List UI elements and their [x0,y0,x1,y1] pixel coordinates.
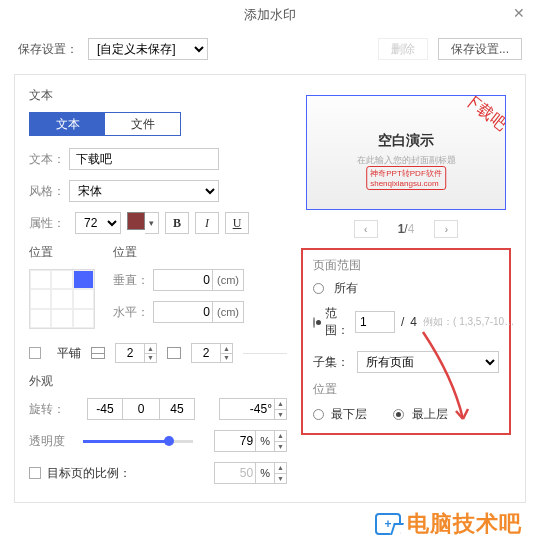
preview-pager: ‹ 1/4 › [306,220,506,238]
target-scale-checkbox[interactable] [29,467,41,479]
tab-text[interactable]: 文本 [30,113,105,135]
layer-title: 位置 [313,381,499,398]
settings-card: 文本 文本 文件 文本： 风格： 宋体 属性： [14,74,526,503]
opacity-stepper[interactable]: ▲▼ [275,430,287,452]
preview-title: 空白演示 [307,132,505,150]
italic-button[interactable]: I [195,212,219,234]
position-grid[interactable] [29,269,95,329]
target-scale-stepper[interactable]: ▲▼ [275,462,287,484]
target-scale-input[interactable] [214,462,256,484]
subset-label: 子集： [313,354,349,371]
horiz-unit: (cm) [213,301,244,323]
right-pane: 下载吧 空白演示 在此输入您的封面副标题 神奇PPT转PDF软件shenqixi… [301,87,511,494]
subset-select[interactable]: 所有页面 [357,351,499,373]
font-style-select[interactable]: 宋体 [69,180,219,202]
rotate-45[interactable] [159,398,195,420]
brand-text: 电脑技术吧 [407,509,522,539]
radio-range[interactable] [313,317,315,328]
radio-bottom[interactable] [313,409,324,420]
title-bar: 添加水印 ✕ [0,0,540,30]
subset-row: 子集： 所有页面 [313,351,499,373]
delete-button[interactable]: 删除 [378,38,428,60]
attr-row: 属性： 72 ▾ B I U [29,212,287,234]
preset-select[interactable]: [自定义未保存] [88,38,208,60]
brand-icon: + [375,513,401,535]
color-swatch[interactable] [127,212,145,230]
tile-row: 平铺 ▲▼ ▲▼ [29,343,287,363]
target-scale-pct: % [256,462,275,484]
tile-count1-input[interactable] [115,343,145,363]
left-pane: 文本 文本 文件 文本： 风格： 宋体 属性： [29,87,287,494]
tile-horiz-icon [91,347,105,359]
opacity-label: 透明度 [29,433,77,450]
tile2-stepper[interactable]: ▲▼ [221,343,233,363]
color-dropdown-icon[interactable]: ▾ [145,212,159,234]
brand-watermark: + 电脑技术吧 [0,503,540,543]
range-custom-row: 范围： / 4 例如：( 1,3,5,7-10… [313,305,499,339]
tab-file[interactable]: 文件 [105,113,180,135]
bold-button[interactable]: B [165,212,189,234]
text-section-title: 文本 [29,87,287,104]
vert-unit: (cm) [213,269,244,291]
range-from-input[interactable] [355,311,395,333]
watermark-dialog: 添加水印 ✕ 保存设置： [自定义未保存] 删除 保存设置... 文本 文本 文… [0,0,540,543]
underline-button[interactable]: U [225,212,249,234]
preview-box: 下载吧 空白演示 在此输入您的封面副标题 神奇PPT转PDF软件shenqixi… [306,95,506,210]
rotate-0[interactable] [123,398,159,420]
position-block: 位置 位置 垂直： (cm) [29,244,287,333]
horiz-label: 水平： [113,304,153,321]
text-label: 文本： [29,151,69,168]
opacity-pct: % [256,430,275,452]
vert-row: 垂直： (cm) [113,269,287,291]
range-title: 页面范围 [313,258,361,272]
rotate-neg45[interactable] [87,398,123,420]
range-total: 4 [410,315,417,329]
preview-watermark: 下载吧 [460,95,506,136]
tile-vert-icon [167,347,181,359]
radio-all[interactable] [313,283,324,294]
rotate-triple [87,398,195,420]
text-row: 文本： [29,148,287,170]
position-cell-top-right[interactable] [73,270,94,289]
target-scale-row: 目标页的比例： % ▲▼ [29,462,287,484]
opacity-slider[interactable] [83,434,193,448]
rotate-label: 旋转： [29,401,77,418]
preview-stamp: 神奇PPT转PDF软件shenqixiangsu.com [366,166,446,190]
rotate-value-input[interactable] [219,398,275,420]
save-as-button[interactable]: 保存设置... [438,38,522,60]
attr-label: 属性： [29,215,69,232]
style-row: 风格： 宋体 [29,180,287,202]
page-display: 1/4 [398,222,415,236]
range-all-row: 所有 [313,280,499,297]
next-page-button[interactable]: › [434,220,458,238]
layer-row: 最下层 最上层 [313,406,499,423]
opacity-row: 透明度 % ▲▼ [29,430,287,452]
watermark-text-input[interactable] [69,148,219,170]
layer-top-option[interactable]: 最上层 [393,406,447,423]
radio-all-label: 所有 [334,280,358,297]
tile-count2-input[interactable] [191,343,221,363]
position-title: 位置 [29,244,95,261]
range-slash: / [401,315,404,329]
rotate-stepper[interactable]: ▲▼ [275,398,287,420]
appearance-title: 外观 [29,373,287,390]
tile-checkbox[interactable] [29,347,41,359]
radio-top[interactable] [393,409,404,420]
dialog-title: 添加水印 [244,6,296,24]
radio-bottom-label: 最下层 [331,407,367,421]
layer-bottom-option[interactable]: 最下层 [313,406,367,423]
tile-label: 平铺 [57,345,81,362]
source-tabstrip: 文本 文件 [29,112,181,136]
radio-top-label: 最上层 [412,407,448,421]
font-size-select[interactable]: 72 [75,212,121,234]
prev-page-button[interactable]: ‹ [354,220,378,238]
vert-input[interactable] [153,269,213,291]
tile1-stepper[interactable]: ▲▼ [145,343,157,363]
horiz-input[interactable] [153,301,213,323]
opacity-input[interactable] [214,430,256,452]
save-settings-row: 保存设置： [自定义未保存] 删除 保存设置... [0,30,540,74]
close-icon[interactable]: ✕ [513,5,525,21]
radio-range-label: 范围： [325,305,349,339]
position-sub-title: 位置 [113,244,287,261]
range-example: 例如：( 1,3,5,7-10… [423,315,514,329]
